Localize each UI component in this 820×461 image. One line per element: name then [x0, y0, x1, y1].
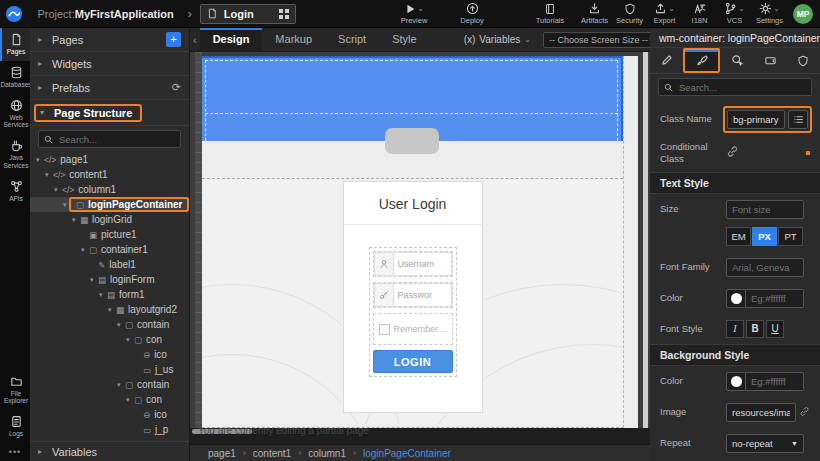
tab-security[interactable]	[787, 48, 820, 73]
text-color-input[interactable]	[746, 289, 804, 308]
tree-node-loginGrid[interactable]: ▾▦loginGrid	[30, 212, 189, 227]
caret-down-icon[interactable]: ▾	[108, 306, 116, 314]
caret-down-icon[interactable]: ▾	[126, 336, 134, 344]
wavemaker-logo-icon[interactable]	[0, 0, 27, 28]
font-size-input[interactable]	[726, 200, 804, 219]
tab-styles[interactable]	[683, 48, 720, 73]
breadcrumb-content1[interactable]: content1	[253, 448, 291, 459]
rail-item-databases[interactable]: Databases	[0, 61, 30, 94]
bg-color-input[interactable]	[746, 372, 804, 391]
class-list-button[interactable]	[788, 110, 808, 129]
login-page-container-blue[interactable]	[202, 56, 623, 141]
section-page-structure[interactable]: ▾ Page Structure	[30, 100, 189, 126]
remember-group[interactable]: Remember ...	[373, 313, 453, 345]
artifacts-button[interactable]: Artifacts	[578, 2, 611, 25]
tree-node-page1[interactable]: ▾</>page1	[30, 152, 189, 167]
rail-item-pages[interactable]: Pages	[0, 28, 30, 61]
section-prefabs[interactable]: ▸ Prefabs ⟳	[30, 76, 189, 100]
tree-node-j_p[interactable]: ▭j_p	[30, 422, 189, 437]
tab-device[interactable]	[754, 48, 787, 73]
login-card[interactable]: User Login Usernam Passwor	[343, 181, 483, 413]
remember-checkbox[interactable]	[379, 324, 390, 335]
tab-properties[interactable]	[650, 48, 683, 73]
caret-down-icon[interactable]: ▾	[90, 276, 98, 284]
variables-dropdown[interactable]: (x) Variables ⌄	[464, 34, 531, 45]
rail-more-icon[interactable]: •••	[0, 443, 30, 461]
rail-item-file-explorer[interactable]: File Explorer	[0, 370, 30, 411]
tree-node-form1[interactable]: ▾▤form1	[30, 287, 189, 302]
page-tab-login[interactable]: Login	[200, 4, 296, 24]
screen-size-select[interactable]: -- Choose Screen Size -- ▼	[543, 32, 661, 48]
tree-node-label1[interactable]: ✎label1	[30, 257, 189, 272]
login-button[interactable]: LOGIN	[373, 350, 453, 373]
structure-search[interactable]	[38, 130, 181, 148]
username-group[interactable]: Usernam	[373, 251, 453, 277]
password-group[interactable]: Passwor	[373, 282, 453, 308]
rail-item-apis[interactable]: APIs	[0, 175, 30, 208]
caret-down-icon[interactable]: ▾	[117, 321, 125, 329]
tree-node-contain[interactable]: ▾▢contain	[30, 377, 189, 392]
preview-button[interactable]: ⌄ Preview	[392, 2, 436, 25]
link-icon[interactable]	[799, 403, 810, 421]
add-page-button[interactable]: +	[166, 32, 181, 47]
vcs-button[interactable]: ⌄ VCS	[718, 2, 751, 25]
collapse-left-icon[interactable]: ‹	[190, 34, 200, 46]
inspector-search-input[interactable]	[677, 81, 806, 94]
page-main-section[interactable]: User Login Usernam Passwor	[202, 178, 623, 424]
unit-px-button[interactable]: PX	[752, 227, 777, 246]
link-icon[interactable]	[726, 144, 739, 162]
breadcrumb-loginPageContainer[interactable]: loginPageContainer	[363, 448, 451, 459]
bg-repeat-select[interactable]: no-repeat ▼	[726, 434, 804, 453]
section-pages[interactable]: ▸ Pages +	[30, 28, 189, 52]
caret-down-icon[interactable]: ▾	[117, 381, 125, 389]
rail-item-java-services[interactable]: Java Services	[0, 134, 30, 175]
text-color-swatch[interactable]	[726, 289, 746, 308]
tab-design[interactable]: Design	[200, 28, 263, 52]
i18n-button[interactable]: I18N	[683, 2, 716, 25]
bg-image-input[interactable]	[726, 403, 796, 422]
security-button[interactable]: Security	[613, 2, 646, 25]
tutorials-button[interactable]: Tutorials	[522, 2, 578, 25]
section-widgets[interactable]: ▸ Widgets	[30, 52, 189, 76]
tree-node-column1[interactable]: ▾</>column1	[30, 182, 189, 197]
tree-node-con[interactable]: ▾▢con	[30, 332, 189, 347]
tree-node-con[interactable]: ▾▢con	[30, 392, 189, 407]
caret-down-icon[interactable]: ▾	[54, 186, 62, 194]
tree-node-container1[interactable]: ▾▢container1	[30, 242, 189, 257]
unit-em-button[interactable]: EM	[726, 227, 751, 246]
tab-events[interactable]	[720, 48, 753, 73]
tree-node-ico[interactable]: ⊖ico	[30, 407, 189, 422]
class-name-input[interactable]	[727, 110, 785, 129]
tree-node-loginPageContainer[interactable]: ▾▢loginPageContainer	[30, 197, 189, 212]
tree-node-contain[interactable]: ▾▢contain	[30, 317, 189, 332]
tree-node-j_us[interactable]: ▭j_us	[30, 362, 189, 377]
bold-button[interactable]: B	[746, 320, 764, 338]
tree-node-loginForm[interactable]: ▾▤loginForm	[30, 272, 189, 287]
caret-down-icon[interactable]: ▾	[126, 396, 134, 404]
login-form[interactable]: Usernam Passwor Remember ...	[369, 247, 457, 377]
refresh-icon[interactable]: ⟳	[172, 81, 181, 94]
unit-pt-button[interactable]: PT	[778, 227, 803, 246]
breadcrumb-column1[interactable]: column1	[308, 448, 346, 459]
username-input[interactable]: Usernam	[394, 252, 452, 276]
user-avatar[interactable]: MP	[793, 4, 813, 24]
settings-button[interactable]: ⌄ Settings	[753, 2, 786, 25]
canvas-vertical-scrollbar[interactable]	[643, 52, 648, 428]
caret-down-icon[interactable]: ▾	[81, 246, 89, 254]
bg-color-swatch[interactable]	[726, 372, 746, 391]
tree-node-layoutgrid2[interactable]: ▾▦layoutgrid2	[30, 302, 189, 317]
tree-node-picture1[interactable]: ▣picture1	[30, 227, 189, 242]
caret-down-icon[interactable]: ▾	[72, 216, 80, 224]
picture-placeholder[interactable]	[385, 128, 439, 154]
breadcrumb-page1[interactable]: page1	[208, 448, 236, 459]
inspector-search[interactable]	[658, 78, 812, 96]
export-button[interactable]: ⌄ Export	[648, 2, 681, 25]
rail-item-logs[interactable]: Logs	[0, 410, 30, 443]
tree-node-ico[interactable]: ⊖ico	[30, 347, 189, 362]
italic-button[interactable]: I	[726, 320, 744, 338]
tab-style[interactable]: Style	[379, 28, 429, 52]
caret-down-icon[interactable]: ▾	[36, 156, 44, 164]
section-variables[interactable]: ▸ Variables	[30, 441, 189, 461]
tab-markup[interactable]: Markup	[262, 28, 325, 52]
deploy-button[interactable]: Deploy	[450, 2, 494, 25]
